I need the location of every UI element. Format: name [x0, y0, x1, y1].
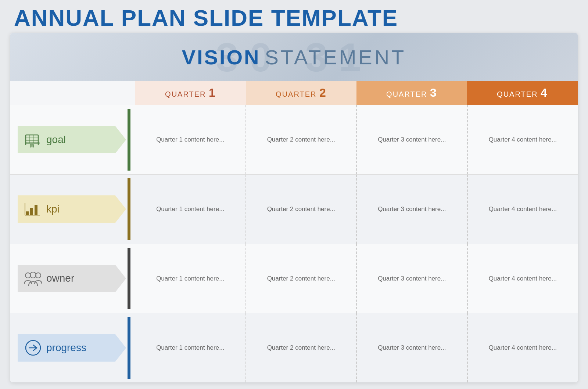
owner-row-label: owner [10, 244, 135, 313]
goal-cell-q3[interactable]: Quarter 3 content here... [356, 105, 467, 174]
kpi-row: kpi Quarter 1 content here... Quarter 2 … [10, 174, 578, 244]
progress-divider [128, 317, 130, 379]
progress-cells: Quarter 1 content here... Quarter 2 cont… [135, 313, 578, 382]
goal-row: goal Quarter 1 content here... Quarter 2… [10, 105, 578, 174]
owner-label-text: owner [46, 272, 74, 284]
kpi-cell-q3[interactable]: Quarter 3 content here... [356, 175, 467, 244]
main-title: ANNUAL PLAN SLIDE TEMPLATE [10, 7, 578, 29]
q2-label: QUARTER [276, 90, 319, 98]
slide-card: 30 31 VISION STATEMENT QUARTER 1 QUARTER… [10, 33, 578, 382]
progress-icon [24, 338, 43, 357]
quarter-header-4: QUARTER 4 [467, 81, 578, 105]
owner-cells: Quarter 1 content here... Quarter 2 cont… [135, 244, 578, 313]
goal-icon [24, 130, 43, 149]
progress-cell-q4[interactable]: Quarter 4 content here... [467, 313, 578, 382]
owner-divider [128, 248, 130, 310]
q1-label: QUARTER [165, 90, 209, 98]
q4-num: 4 [541, 86, 548, 99]
kpi-cells: Quarter 1 content here... Quarter 2 cont… [135, 175, 578, 244]
rows-area: goal Quarter 1 content here... Quarter 2… [10, 105, 578, 382]
svg-point-15 [25, 273, 31, 278]
vision-header: 30 31 VISION STATEMENT [10, 33, 578, 81]
progress-arrow: progress [18, 334, 126, 362]
q3-num: 3 [430, 86, 437, 99]
q1-num: 1 [209, 86, 216, 99]
svg-rect-0 [26, 135, 38, 143]
kpi-row-label: kpi [10, 175, 135, 244]
kpi-cell-q2[interactable]: Quarter 2 content here... [245, 175, 356, 244]
svg-point-9 [31, 145, 33, 147]
vision-word-statement: STATEMENT [265, 45, 406, 69]
goal-label-text: goal [46, 134, 66, 146]
svg-point-17 [30, 272, 36, 278]
progress-cell-q2[interactable]: Quarter 2 content here... [245, 313, 356, 382]
goal-cell-q1[interactable]: Quarter 1 content here... [135, 105, 245, 174]
svg-point-16 [36, 273, 41, 278]
quarter-header-2: QUARTER 2 [246, 81, 356, 105]
quarter-header-1: QUARTER 1 [135, 81, 246, 105]
svg-rect-10 [26, 211, 29, 215]
owner-cell-q4[interactable]: Quarter 4 content here... [467, 244, 578, 313]
page: ANNUAL PLAN SLIDE TEMPLATE 30 31 VISION … [0, 0, 588, 389]
kpi-label-text: kpi [46, 203, 60, 215]
kpi-icon [24, 200, 43, 219]
svg-rect-11 [30, 208, 33, 215]
vision-word-vision: VISION [182, 45, 261, 69]
progress-cell-q1[interactable]: Quarter 1 content here... [135, 313, 245, 382]
content-area: QUARTER 1 QUARTER 2 QUARTER 3 QUARTER 4 [10, 81, 578, 382]
goal-cell-q4[interactable]: Quarter 4 content here... [467, 105, 578, 174]
progress-cell-q3[interactable]: Quarter 3 content here... [356, 313, 467, 382]
goal-divider [128, 109, 130, 171]
owner-icon [24, 269, 43, 288]
owner-cell-q3[interactable]: Quarter 3 content here... [356, 244, 467, 313]
svg-rect-12 [35, 205, 37, 215]
progress-label-text: progress [46, 342, 86, 354]
kpi-cell-q4[interactable]: Quarter 4 content here... [467, 175, 578, 244]
owner-row: owner Quarter 1 content here... Quarter … [10, 244, 578, 313]
owner-cell-q1[interactable]: Quarter 1 content here... [135, 244, 245, 313]
quarter-header-3: QUARTER 3 [356, 81, 467, 105]
progress-row-label: progress [10, 313, 135, 382]
goal-arrow: goal [18, 126, 126, 153]
q2-num: 2 [319, 86, 327, 99]
vision-title: VISION STATEMENT [182, 45, 406, 69]
owner-cell-q2[interactable]: Quarter 2 content here... [245, 244, 356, 313]
progress-row: progress Quarter 1 content here... Quart… [10, 313, 578, 382]
kpi-arrow: kpi [18, 195, 126, 223]
q4-label: QUARTER [497, 90, 541, 98]
kpi-cell-q1[interactable]: Quarter 1 content here... [135, 175, 245, 244]
goal-cells: Quarter 1 content here... Quarter 2 cont… [135, 105, 578, 174]
quarter-headers: QUARTER 1 QUARTER 2 QUARTER 3 QUARTER 4 [135, 81, 578, 105]
goal-cell-q2[interactable]: Quarter 2 content here... [245, 105, 356, 174]
kpi-divider [128, 178, 130, 240]
owner-arrow: owner [18, 265, 126, 292]
goal-row-label: goal [10, 105, 135, 174]
q3-label: QUARTER [386, 90, 430, 98]
